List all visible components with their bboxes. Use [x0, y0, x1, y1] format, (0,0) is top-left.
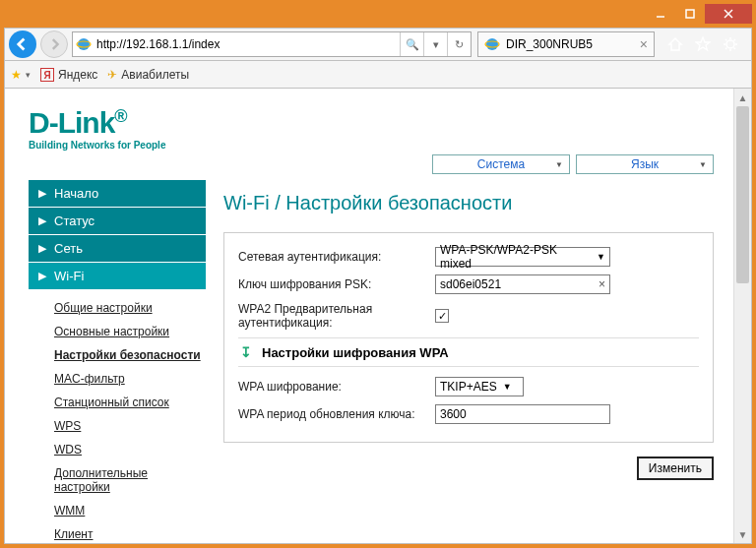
subitem-wmm[interactable]: WMM	[54, 499, 206, 522]
add-favorite-button[interactable]: ★▾	[11, 68, 31, 82]
maximize-button[interactable]	[675, 4, 705, 24]
arrow-down-icon: ↧	[238, 344, 254, 360]
psk-label: Ключ шифрования PSK:	[238, 277, 435, 291]
scroll-thumb[interactable]	[736, 106, 749, 283]
sidebar-item-wifi[interactable]: ▶Wi-Fi	[29, 263, 206, 290]
svg-point-8	[726, 40, 734, 48]
navbar: 🔍 ▾ ↻ DIR_300NRUB5 ×	[4, 28, 752, 61]
tab-close-icon[interactable]: ×	[640, 36, 648, 52]
subitem-wps[interactable]: WPS	[54, 414, 206, 438]
psk-input[interactable]	[440, 275, 598, 293]
content-area: D-Link® Building Networks for People Сис…	[4, 89, 752, 544]
back-button[interactable]	[9, 30, 36, 58]
main-panel: Wi-Fi / Настройки безопасности Сетевая а…	[223, 180, 714, 543]
sidebar-submenu: Общие настройки Основные настройки Настр…	[29, 290, 206, 543]
scroll-up-icon[interactable]: ▲	[734, 89, 751, 106]
minimize-button[interactable]	[646, 4, 675, 24]
address-bar: 🔍 ▾ ↻	[72, 31, 472, 57]
preauth-label: WPA2 Предварительная аутентификация:	[238, 302, 435, 330]
page-content: D-Link® Building Networks for People Сис…	[5, 89, 733, 543]
plane-icon: ✈	[107, 68, 117, 82]
wpa-enc-select[interactable]: TKIP+AES	[435, 377, 524, 396]
system-menu[interactable]: Система	[432, 154, 570, 174]
ie-icon	[484, 36, 500, 52]
subitem-station-list[interactable]: Станционный список	[54, 391, 206, 414]
subitem-general[interactable]: Общие настройки	[54, 296, 206, 320]
close-button[interactable]	[705, 4, 752, 24]
wpa-renew-label: WPA период обновления ключа:	[238, 407, 435, 421]
dropdown-button[interactable]: ▾	[423, 32, 447, 56]
url-input[interactable]	[94, 32, 400, 56]
language-menu[interactable]: Язык	[576, 154, 714, 174]
subitem-client[interactable]: Клиент	[54, 522, 206, 543]
wpa-enc-label: WPA шифрование:	[238, 380, 435, 394]
browser-window: 🔍 ▾ ↻ DIR_300NRUB5 × ★▾ ЯЯндекс ✈Авиабил…	[0, 0, 756, 548]
settings-form: Сетевая аутентификация: WPA-PSK/WPA2-PSK…	[223, 232, 714, 443]
logo-brand: D-Link®	[29, 106, 714, 140]
tab-title: DIR_300NRUB5	[506, 37, 634, 51]
arrow-right-icon: ▶	[38, 187, 46, 200]
favorites-icon[interactable]	[694, 35, 712, 53]
svg-point-6	[486, 38, 498, 50]
subitem-advanced[interactable]: Дополнительные настройки	[54, 461, 206, 499]
svg-point-4	[78, 38, 90, 50]
preauth-checkbox[interactable]: ✓	[435, 309, 449, 323]
psk-input-wrap: ×	[435, 274, 610, 294]
favorite-aviabilety[interactable]: ✈Авиабилеты	[107, 68, 189, 82]
subitem-basic[interactable]: Основные настройки	[54, 320, 206, 343]
titlebar	[4, 4, 752, 28]
auth-label: Сетевая аутентификация:	[238, 250, 435, 264]
browser-tab[interactable]: DIR_300NRUB5 ×	[477, 31, 655, 57]
yandex-icon: Я	[40, 68, 54, 82]
scroll-down-icon[interactable]: ▼	[734, 525, 751, 543]
sidebar-item-status[interactable]: ▶Статус	[29, 208, 206, 235]
sidebar-item-home[interactable]: ▶Начало	[29, 180, 206, 208]
wpa-renew-input[interactable]	[435, 404, 610, 424]
sidebar-item-network[interactable]: ▶Сеть	[29, 235, 206, 263]
arrow-right-icon: ▶	[38, 242, 46, 255]
subitem-mac-filter[interactable]: MAC-фильтр	[54, 367, 206, 391]
top-menus: Система Язык	[29, 154, 714, 174]
subitem-security[interactable]: Настройки безопасности	[54, 343, 206, 367]
home-icon[interactable]	[666, 35, 684, 53]
wpa-section-header[interactable]: ↧ Настройки шифрования WPA	[238, 337, 699, 367]
subitem-wds[interactable]: WDS	[54, 438, 206, 461]
submit-button[interactable]: Изменить	[637, 457, 714, 480]
arrow-right-icon: ▶	[38, 214, 46, 227]
tools-icon[interactable]	[722, 35, 739, 53]
clear-icon[interactable]: ×	[598, 277, 605, 291]
favorites-bar: ★▾ ЯЯндекс ✈Авиабилеты	[4, 61, 752, 89]
favorite-yandex[interactable]: ЯЯндекс	[40, 68, 97, 82]
star-icon: ★	[11, 68, 22, 82]
search-button[interactable]: 🔍	[400, 32, 423, 56]
sidebar: ▶Начало ▶Статус ▶Сеть ▶Wi-Fi Общие настр…	[29, 180, 206, 543]
nav-right	[659, 35, 747, 53]
forward-button[interactable]	[40, 30, 68, 58]
arrow-right-icon: ▶	[38, 270, 46, 282]
ie-icon	[73, 36, 94, 52]
logo-tagline: Building Networks for People	[29, 140, 714, 151]
refresh-button[interactable]: ↻	[447, 32, 471, 56]
svg-rect-1	[686, 10, 694, 18]
auth-select[interactable]: WPA-PSK/WPA2-PSK mixed	[435, 247, 610, 267]
logo: D-Link® Building Networks for People	[29, 106, 714, 151]
page-title: Wi-Fi / Настройки безопасности	[223, 192, 714, 214]
vertical-scrollbar[interactable]: ▲ ▼	[733, 89, 751, 543]
